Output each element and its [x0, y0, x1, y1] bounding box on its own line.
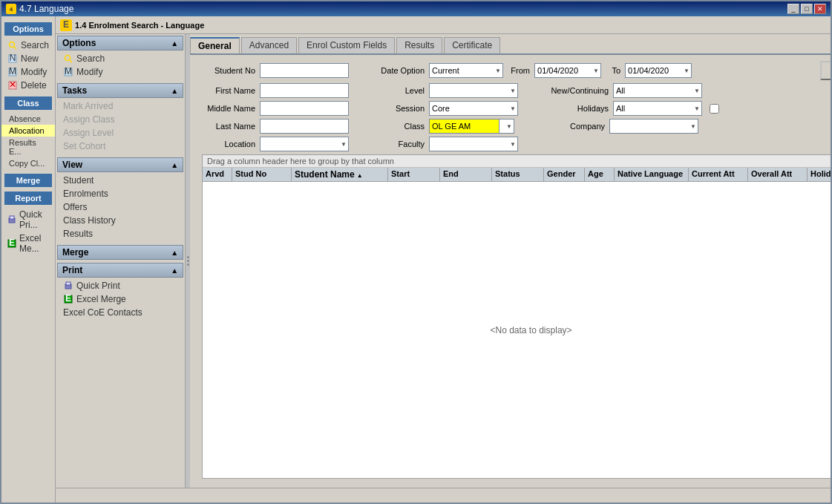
drag-hint: Drag a column header here to group by th…: [203, 155, 832, 168]
inner-modify-item[interactable]: M Modify: [57, 65, 183, 79]
left-allocation-item[interactable]: Allocation: [1, 125, 55, 137]
student-no-label: Student No: [196, 66, 255, 75]
content-area: Options ▲ Search: [56, 34, 832, 488]
svg-text:✕: ✕: [9, 81, 16, 90]
company-label: Company: [538, 122, 605, 131]
left-report-section: Quick Pri... E Excel Me...: [1, 206, 55, 257]
student-no-input[interactable]: [260, 63, 349, 78]
company-wrapper: [609, 119, 698, 134]
col-header-stud-no[interactable]: Stud No: [232, 168, 292, 181]
left-search-label: Search: [21, 40, 49, 50]
inner-options-header[interactable]: Options ▲: [57, 36, 183, 50]
tab-certificate[interactable]: Certificate: [444, 37, 500, 53]
modify-icon: M: [7, 67, 18, 77]
inner-print-header[interactable]: Print ▲: [57, 263, 183, 278]
window-title-bar: E 1.4 Enrolment Search - Language: [56, 16, 832, 34]
left-delete-item[interactable]: ✕ Delete: [1, 79, 55, 92]
location-wrapper: [260, 137, 349, 151]
left-quick-print-item[interactable]: Quick Pri...: [1, 208, 55, 232]
to-date-select[interactable]: 01/04/2020: [625, 63, 692, 78]
location-select[interactable]: [260, 137, 349, 151]
inner-student-item[interactable]: Student: [57, 174, 183, 187]
form-row-2: First Name Level New/Continuing: [196, 83, 832, 98]
inner-merge-header[interactable]: Merge ▲: [57, 245, 183, 260]
maximize-button[interactable]: □: [801, 4, 813, 14]
left-sidebar: Options Search N New M: [1, 16, 56, 504]
tab-results[interactable]: Results: [396, 37, 442, 53]
session-select[interactable]: Core All: [429, 101, 518, 116]
company-select[interactable]: [609, 119, 698, 134]
left-copy-item[interactable]: Copy Cl...: [1, 157, 55, 169]
inner-options-section: Options ▲ Search: [57, 36, 183, 80]
date-option-select[interactable]: Current All Historical Future: [429, 63, 503, 78]
no-data-message: <No data to display>: [490, 325, 571, 336]
grid-body: <No data to display>: [203, 182, 832, 478]
last-name-input[interactable]: [260, 119, 349, 134]
left-search-item[interactable]: Search: [1, 39, 55, 52]
col-header-overall-att[interactable]: Overall Att: [748, 168, 808, 181]
tab-advanced[interactable]: Advanced: [241, 37, 297, 53]
col-header-end[interactable]: End: [440, 168, 492, 181]
col-header-arvd[interactable]: Arvd: [203, 168, 232, 181]
close-button[interactable]: ✕: [814, 4, 826, 14]
inner-quick-print-item[interactable]: Quick Print: [57, 279, 183, 292]
tab-enrol-custom[interactable]: Enrol Custom Fields: [298, 37, 395, 53]
inner-print-body: Quick Print E Excel Merge Excel CoE Cont…: [57, 278, 183, 321]
date-option-label: Date Option: [373, 66, 425, 75]
inner-excel-merge-item[interactable]: E Excel Merge: [57, 292, 183, 306]
inner-results-item[interactable]: Results: [57, 227, 183, 240]
col-header-status[interactable]: Status: [492, 168, 544, 181]
col-header-gender[interactable]: Gender: [544, 168, 585, 181]
form-row-5: Location Faculty: [196, 137, 832, 151]
class-input[interactable]: [429, 119, 499, 134]
inner-assign-class-item: Assign Class: [57, 113, 183, 126]
col-header-start[interactable]: Start: [388, 168, 440, 181]
tab-general[interactable]: General: [190, 37, 240, 53]
class-label: Class: [373, 122, 425, 131]
inner-class-history-item[interactable]: Class History: [57, 214, 183, 227]
new-continuing-select[interactable]: All New Continuing: [613, 83, 702, 98]
inner-view-header[interactable]: View ▲: [57, 157, 183, 172]
inner-modify-icon: M: [63, 67, 73, 77]
middle-name-input[interactable]: [260, 101, 349, 116]
left-excel-me-item[interactable]: E Excel Me...: [1, 232, 55, 255]
class-select[interactable]: [499, 119, 514, 134]
print-collapse-icon: ▲: [171, 266, 178, 275]
left-modify-item[interactable]: M Modify: [1, 65, 55, 79]
col-header-current-att[interactable]: Current Att: [689, 168, 748, 181]
col-header-holiday[interactable]: Holiday: [808, 168, 832, 181]
inner-tasks-header[interactable]: Tasks ▲: [57, 83, 183, 98]
faculty-select[interactable]: [429, 137, 518, 151]
left-results-item[interactable]: Results E...: [1, 137, 55, 157]
clear-button[interactable]: Clear: [820, 61, 832, 80]
faculty-wrapper: [429, 137, 518, 151]
inner-search-item[interactable]: Search: [57, 52, 183, 65]
left-class-section: Absence Allocation Results E... Copy Cl.…: [1, 111, 55, 171]
date-option-select-wrapper: Current All Historical Future: [429, 63, 503, 78]
merge-collapse-icon: ▲: [171, 249, 178, 257]
search-icon: [7, 40, 18, 50]
inner-offers-item[interactable]: Offers: [57, 200, 183, 214]
form-row-3: Middle Name Session Core All: [196, 101, 832, 116]
col-header-age[interactable]: Age: [585, 168, 615, 181]
left-excel-label: Excel Me...: [19, 233, 49, 254]
app-icon: 4: [6, 4, 16, 14]
inner-print-section: Print ▲ Quick Print: [57, 263, 183, 321]
inner-options-body: Search M Modify: [57, 50, 183, 80]
holidays-checkbox[interactable]: [710, 104, 719, 114]
first-name-input[interactable]: [260, 83, 349, 98]
left-absence-item[interactable]: Absence: [1, 113, 55, 125]
level-select[interactable]: [429, 83, 518, 98]
col-header-student-name[interactable]: Student Name ▲: [292, 168, 388, 181]
svg-rect-9: [10, 216, 14, 219]
minimize-button[interactable]: _: [787, 4, 799, 14]
left-new-item[interactable]: N New: [1, 52, 55, 65]
holidays-select[interactable]: All Yes No: [613, 101, 702, 116]
inner-excel-coe-item[interactable]: Excel CoE Contacts: [57, 306, 183, 319]
col-header-native-language[interactable]: Native Language: [615, 168, 689, 181]
inner-enrolments-item[interactable]: Enrolments: [57, 187, 183, 200]
inner-sidebar: Options ▲ Search: [56, 34, 186, 488]
inner-assign-class-label: Assign Class: [63, 114, 114, 125]
left-quick-print-label: Quick Pri...: [19, 209, 49, 230]
from-date-select[interactable]: 01/04/2020: [534, 63, 601, 78]
